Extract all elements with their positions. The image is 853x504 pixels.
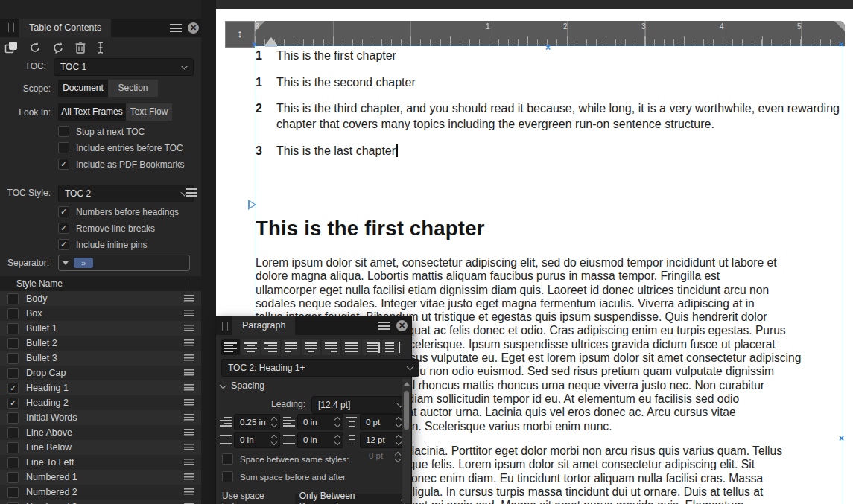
separator-field[interactable]: » [58,255,190,271]
toc-style-menu-icon[interactable] [186,188,197,197]
remove-line-breaks-row[interactable]: ✓ Remove line breaks [58,223,155,234]
align-away-from-spine-button[interactable] [382,339,401,355]
style-row-numbered-1[interactable]: Numbered 1 [0,470,201,485]
style-row-heading-1[interactable]: ✓Heading 1 [0,380,201,395]
style-row-bullet-1[interactable]: Bullet 1 [0,321,201,336]
stepper-icon[interactable] [270,418,279,427]
checkbox-unchecked[interactable] [58,142,69,153]
style-row-heading-2[interactable]: ✓Heading 2 [0,395,201,410]
frame-handle-right-middle[interactable]: × [839,435,844,442]
checkbox-unchecked[interactable] [7,427,19,438]
justify-right-button[interactable] [322,339,340,355]
row-menu-icon[interactable] [184,384,194,391]
tab-paragraph[interactable]: Paragraph [232,316,295,335]
row-menu-icon[interactable] [184,325,194,331]
use-space-before-select[interactable]: Only Between Paragraphs [295,494,411,504]
scope-section-button[interactable]: Section [108,80,158,97]
row-menu-icon[interactable] [184,444,194,450]
row-menu-icon[interactable] [184,473,194,480]
update-toc-icon[interactable] [28,41,42,54]
close-icon[interactable]: ✕ [188,22,199,34]
checkbox-unchecked[interactable] [7,338,19,349]
justify-left-button[interactable] [282,339,300,355]
stepper-icon[interactable] [333,418,343,427]
first-line-indent-field[interactable]: 0 in [297,414,343,430]
lookin-all-text-frames-button[interactable]: All Text Frames [58,103,126,121]
checkbox-unchecked[interactable] [7,412,19,424]
row-menu-icon[interactable] [184,488,194,495]
checkbox-unchecked[interactable] [7,457,19,468]
close-icon[interactable]: ✕ [396,320,408,331]
pinned-object-indicator[interactable] [248,200,256,210]
space-between-same-styles-row[interactable]: Space between same styles: [222,453,349,465]
chapter-heading[interactable]: This is the first chapter [256,217,837,240]
scope-document-button[interactable]: Document [58,80,108,97]
stepper-icon[interactable] [270,436,279,444]
toc-entry[interactable]: 3 This is the last chapter [256,143,843,159]
style-row-line-above[interactable]: Line Above [0,425,201,440]
panel-scrollbar[interactable] [402,379,410,503]
left-indent2-field[interactable]: 0 in [234,432,280,448]
insert-toc-icon[interactable] [4,41,19,54]
scrollbar-thumb[interactable] [404,391,409,430]
space-before-field[interactable]: 0 pt [360,414,405,430]
style-row-numbered-2[interactable]: Numbered 2 [0,485,201,500]
checkbox-checked[interactable]: ✓ [7,398,19,409]
toc-entry[interactable]: 2 This is the third chapter, and you sho… [256,101,843,132]
leading-select[interactable]: [12.4 pt] [311,396,410,414]
row-menu-icon[interactable] [184,295,194,302]
panel-drag-grip[interactable] [8,23,14,32]
checkbox-checked[interactable]: ✓ [58,159,69,170]
align-left-button[interactable] [221,339,240,355]
spacing-section-header[interactable]: Spacing [221,380,264,391]
style-row-bullet-2[interactable]: Bullet 2 [0,336,201,351]
style-row-line-below[interactable]: Line Below [0,440,201,455]
row-menu-icon[interactable] [184,310,194,316]
style-row-bullet-3[interactable]: Bullet 3 [0,351,201,366]
numbers-before-headings-row[interactable]: ✓ Numbers before headings [58,206,179,217]
panel-menu-icon[interactable] [378,322,390,330]
checkbox-unchecked[interactable] [7,368,19,379]
checkbox-unchecked[interactable] [7,472,19,483]
scroll-up-icon[interactable] [404,382,410,386]
ruler-origin-box[interactable]: ↕ [225,21,255,48]
update-all-tocs-icon[interactable] [51,41,65,54]
row-menu-icon[interactable] [184,354,194,361]
align-right-button[interactable] [261,339,280,355]
row-menu-icon[interactable] [184,399,194,406]
style-row-numbered-3[interactable]: Numbered 3 [0,500,201,504]
row-menu-icon[interactable] [184,369,194,376]
checkbox-unchecked[interactable] [222,453,233,465]
justify-center-button[interactable] [302,339,320,355]
toc-entry-list[interactable]: 1 This is the first chapter 1 This is th… [256,48,843,169]
checkbox-unchecked[interactable] [7,442,19,453]
separator-token[interactable]: » [74,258,93,268]
tab-table-of-contents[interactable]: Table of Contents [19,19,111,37]
checkbox-checked[interactable]: ✓ [58,206,69,217]
toc-entry[interactable]: 1 This is the second chapter [256,74,843,90]
sum-space-before-after-row[interactable]: Sum space before and after [222,471,346,482]
row-menu-icon[interactable] [184,339,194,346]
checkbox-unchecked[interactable] [7,293,19,304]
style-row-line-to-left[interactable]: Line To Left [0,455,201,470]
insert-at-cursor-icon[interactable] [96,41,105,54]
justify-all-button[interactable] [342,339,361,355]
row-menu-icon[interactable] [184,459,194,465]
delete-toc-icon[interactable] [74,41,86,54]
stop-at-next-toc-row[interactable]: Stop at next TOC [58,126,145,137]
checkbox-checked[interactable]: ✓ [58,239,69,250]
left-indent-field[interactable]: 0.25 in [234,414,280,430]
checkbox-unchecked[interactable] [7,487,19,498]
separator-dropdown-icon[interactable] [63,261,69,265]
include-entries-before-toc-row[interactable]: Include entries before TOC [58,142,183,153]
stepper-icon[interactable] [333,436,343,444]
checkbox-unchecked[interactable] [7,353,19,364]
right-indent-field[interactable]: 0 in [297,432,343,448]
section-expand-icon[interactable] [220,381,227,389]
style-row-box[interactable]: Box [0,306,201,321]
include-as-pdf-bookmarks-row[interactable]: ✓ Include as PDF Bookmarks [58,159,184,170]
toc-style-select[interactable]: TOC 2 [58,185,194,202]
toc-select[interactable]: TOC 1 [54,58,194,76]
indent-marker[interactable] [265,37,277,45]
toc-entry[interactable]: 1 This is the first chapter [256,48,843,63]
